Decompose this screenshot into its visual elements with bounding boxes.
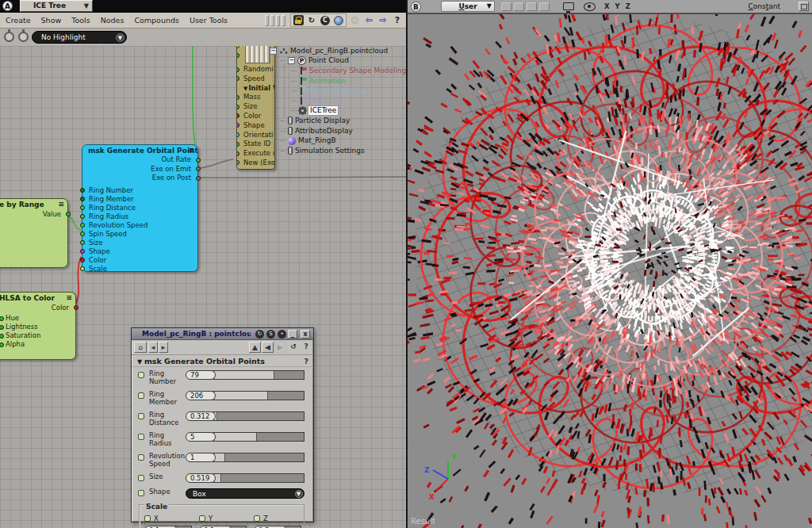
pin-button[interactable]: ⌂ — [134, 342, 147, 353]
shading-mode-menu[interactable]: Constant — [748, 2, 780, 10]
display-monitor-icon[interactable] — [563, 2, 574, 10]
explorer-item-secondary-shape-modeling[interactable]: Secondary Shape Modeling — [270, 66, 406, 76]
explorer-item-attributedisplay[interactable]: AttributeDisplay — [270, 126, 406, 136]
port[interactable] — [0, 342, 4, 347]
port[interactable] — [80, 223, 85, 228]
parameter-slider-control[interactable]: 0.312 — [186, 411, 304, 421]
explorer-item-particle-display[interactable]: Particle Display — [270, 116, 406, 126]
pane-a-badge[interactable]: A — [2, 1, 13, 11]
recycle-icon[interactable]: ↻ — [255, 330, 264, 339]
port[interactable] — [80, 258, 85, 262]
port[interactable] — [80, 249, 85, 254]
parameter-value-field[interactable]: 1 — [186, 453, 216, 462]
lock-button[interactable] — [292, 15, 304, 26]
explorer-item-model-pc-ringb-pointcloud[interactable]: Model_pc_RingB.pointcloud — [270, 46, 406, 56]
back-arrow-button[interactable]: ◀ — [262, 342, 274, 353]
parameter-value-field[interactable]: 5 — [186, 432, 216, 442]
animation-divot-icon[interactable] — [138, 490, 144, 496]
refresh-timer-icon[interactable] — [4, 32, 14, 42]
node-menu-icon[interactable]: ≡ — [58, 200, 64, 208]
nav-back-button[interactable]: ⇦ — [362, 15, 375, 26]
refresh-button[interactable]: ↻ — [305, 15, 318, 26]
axis-toggle-y[interactable]: Y — [615, 2, 620, 10]
parameter-slider-track[interactable] — [213, 432, 304, 442]
menu-show[interactable]: Show — [41, 16, 62, 25]
port[interactable] — [236, 123, 239, 128]
port[interactable] — [0, 325, 4, 330]
explorer-item-animation[interactable]: Animation — [270, 76, 406, 86]
minus-box-icon[interactable] — [270, 48, 277, 55]
minimize-button[interactable]: _ — [288, 330, 297, 339]
node-menu-icon[interactable]: ≡ — [66, 293, 72, 301]
port[interactable] — [236, 160, 239, 165]
animation-divot-icon[interactable] — [138, 454, 144, 461]
explorer-item-mat-ringb[interactable]: Mat_RingB — [270, 136, 406, 146]
animation-divot-icon[interactable] — [138, 434, 144, 440]
memo-cam-slot[interactable] — [539, 2, 550, 11]
memo-cam-slot[interactable] — [501, 2, 511, 11]
port[interactable] — [196, 176, 201, 181]
port[interactable] — [80, 240, 85, 245]
port[interactable] — [236, 53, 239, 58]
viewport-canvas[interactable]: YZXResult — [408, 14, 812, 528]
up-arrow-button[interactable]: ▲ — [249, 342, 261, 353]
port[interactable] — [0, 334, 4, 339]
port[interactable] — [236, 113, 239, 118]
port[interactable] — [80, 188, 85, 193]
axis-toggle-x[interactable]: X — [604, 2, 610, 10]
explorer-item-icetree[interactable]: ICETree — [270, 106, 406, 117]
explorer-item-simulation-settings[interactable]: Simulation Settings — [270, 146, 406, 156]
parameter-slider-track[interactable] — [213, 453, 304, 462]
shape-dropdown[interactable]: Box▼ — [186, 488, 304, 499]
explorer-item-modeling[interactable]: Modeling — [270, 96, 406, 106]
keylock-icon[interactable]: • — [278, 330, 286, 339]
viewport-3d-view[interactable]: YZXResult — [408, 14, 812, 528]
panel-help-button[interactable]: ? — [301, 342, 312, 353]
script-icon[interactable]: S — [266, 330, 275, 339]
undo-icon[interactable]: ↺ — [288, 342, 299, 353]
parameter-value-field[interactable]: 79 — [186, 370, 216, 380]
c-circle-button[interactable]: C — [319, 15, 331, 26]
port[interactable] — [236, 67, 239, 72]
animation-divot-icon[interactable] — [138, 413, 144, 419]
port[interactable] — [80, 231, 85, 236]
port[interactable] — [236, 151, 239, 156]
parameter-slider-control[interactable]: 1 — [186, 453, 304, 462]
compound-section-header[interactable]: ▼ msk Generate Orbital Points ? — [132, 355, 313, 367]
port[interactable] — [0, 316, 4, 321]
port[interactable] — [236, 95, 239, 100]
node-graph-canvas[interactable]: RandomiSpeed▼Initial VMassSizeColorShape… — [0, 46, 406, 528]
parameter-value-field[interactable]: 0.519 — [186, 473, 216, 483]
parameter-slider-track[interactable] — [213, 411, 304, 421]
property-panel-window[interactable]: Model_pc_RingB : pointcloud : Poin... ↻ … — [131, 327, 314, 522]
port[interactable] — [66, 212, 71, 216]
port[interactable] — [196, 158, 201, 163]
property-panel-titlebar[interactable]: Model_pc_RingB : pointcloud : Poin... ↻ … — [132, 328, 313, 340]
refresh-timer-alt-icon[interactable] — [18, 32, 29, 42]
port[interactable] — [80, 214, 85, 219]
node-hlsa-to-color[interactable]: HLSA to Color ≡ Color HueLightnessSatura… — [0, 292, 76, 360]
node-generate-orbital-points[interactable]: msk Generate Orbital Points ≡ Out RateEx… — [82, 144, 198, 272]
highlight-mode-dropdown[interactable]: No Highlight ▼ — [32, 31, 127, 44]
prev-button[interactable]: ◂ — [148, 342, 158, 353]
explorer-item-shape-modeling[interactable]: Shape Modeling — [270, 86, 406, 96]
close-button[interactable]: x — [301, 330, 310, 339]
menu-user-tools[interactable]: User Tools — [190, 16, 228, 25]
menu-tools[interactable]: Tools — [71, 16, 90, 25]
port[interactable] — [236, 76, 239, 81]
resize-viewport-icon[interactable] — [799, 2, 809, 11]
node-randomize-by-range[interactable]: e by Range ≡ Value — [0, 198, 68, 268]
port[interactable] — [236, 46, 239, 48]
parameter-slider-track[interactable] — [213, 370, 304, 380]
animation-divot-icon[interactable] — [138, 392, 144, 399]
parameter-slider-control[interactable]: 0.519 — [186, 473, 304, 483]
animation-divot-icon[interactable] — [199, 515, 205, 522]
section-help-icon[interactable]: ? — [304, 357, 308, 365]
memo-cam-slot[interactable] — [514, 2, 524, 11]
port[interactable] — [74, 305, 79, 310]
parameter-slider-track[interactable] — [213, 391, 304, 400]
camera-view-dropdown[interactable]: User ▼ — [441, 1, 495, 12]
parameter-slider-control[interactable]: 206 — [186, 391, 304, 400]
node-menu-icon[interactable]: ≡ — [188, 146, 194, 154]
explorer-item-point-cloud[interactable]: PPoint Cloud — [270, 56, 406, 67]
